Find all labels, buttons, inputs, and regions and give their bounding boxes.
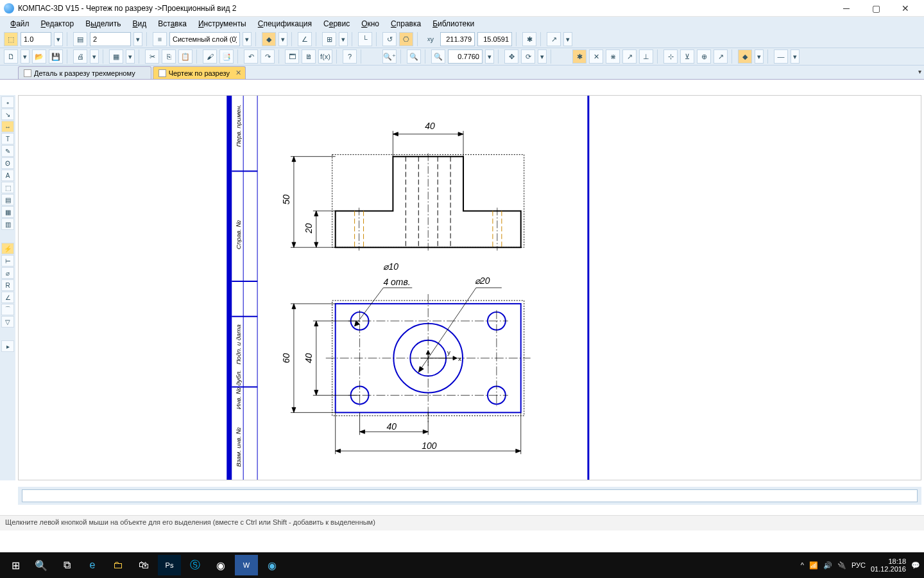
tool-measure-icon[interactable]: A	[1, 170, 14, 181]
menu-window[interactable]: Окно	[356, 18, 384, 30]
menu-view[interactable]: Вид	[128, 18, 152, 30]
grid-dropdown-icon[interactable]: ▾	[339, 32, 348, 46]
snap-int-icon[interactable]: ⋇	[606, 49, 620, 64]
clock[interactable]: 18:18 01.12.2016	[871, 557, 906, 573]
snap-icon[interactable]: ✱	[522, 32, 536, 46]
help-icon[interactable]: ?	[343, 49, 357, 64]
tool-text-icon[interactable]: T	[1, 133, 14, 144]
scale-dropdown-icon[interactable]: ▾	[54, 32, 63, 46]
volume-icon[interactable]: 🔊	[823, 561, 832, 570]
tool-insert-icon[interactable]: ▥	[1, 218, 14, 230]
tab-drawing[interactable]: Чертеж по разрезу ✕	[153, 66, 246, 79]
rotate-icon[interactable]: ⟳	[521, 49, 535, 64]
tray-up-icon[interactable]: ^	[801, 561, 804, 569]
zoom-input[interactable]	[448, 49, 483, 64]
menu-service[interactable]: Сервис	[318, 18, 355, 30]
brush-icon[interactable]: ↗	[547, 32, 561, 46]
menu-spec[interactable]: Спецификация	[253, 18, 317, 30]
snap-grid-icon[interactable]: ⊹	[663, 49, 678, 64]
menu-file[interactable]: Файл	[5, 18, 35, 30]
preview-dropdown-icon[interactable]: ▾	[126, 49, 135, 64]
open-file-icon[interactable]: 📂	[32, 49, 46, 64]
new-file-icon[interactable]: 🗋	[4, 49, 18, 64]
tool-param-icon[interactable]: ʘ	[1, 157, 14, 169]
lang-indicator[interactable]: РУС	[851, 561, 866, 569]
tool-angle-icon[interactable]: ∠	[1, 292, 14, 303]
layer-number-input[interactable]	[90, 32, 131, 46]
new-dropdown-icon[interactable]: ▾	[21, 49, 30, 64]
preview-icon[interactable]: ▦	[109, 49, 123, 64]
tool-diam-icon[interactable]: ⌀	[1, 267, 14, 279]
layer-combo-dropdown-icon[interactable]: ▾	[243, 32, 252, 46]
taskview-icon[interactable]: ⧉	[55, 555, 78, 575]
input-mode-icon[interactable]: ∠	[298, 32, 312, 46]
grid-icon[interactable]: ⊞	[322, 32, 336, 46]
tool-point-icon[interactable]: ∘	[1, 96, 14, 108]
menu-help[interactable]: Справка	[386, 18, 426, 30]
tab-detail[interactable]: Деталь к разрезу трехмерному	[18, 66, 151, 79]
word-icon[interactable]: W	[235, 555, 258, 575]
coord-icon[interactable]: ⎔	[399, 32, 413, 46]
print-dropdown-icon[interactable]: ▾	[90, 49, 99, 64]
snap-end-icon[interactable]: ◆	[738, 49, 752, 64]
minimize-button[interactable]: ─	[832, 0, 861, 17]
var-icon[interactable]: f(x)	[318, 49, 332, 64]
start-button[interactable]: ⊞	[4, 555, 27, 575]
print-icon[interactable]: 🖨	[73, 49, 87, 64]
wifi-icon[interactable]: 📶	[809, 561, 818, 570]
zoom-in-icon[interactable]: 🔍	[407, 49, 421, 64]
power-icon[interactable]: 🔌	[837, 561, 846, 570]
color-dropdown-icon[interactable]: ▾	[278, 32, 287, 46]
menu-edit[interactable]: Редактор	[36, 18, 80, 30]
scale-input[interactable]	[21, 32, 51, 46]
redo-icon[interactable]: ↷	[261, 49, 275, 64]
command-input[interactable]	[22, 489, 918, 502]
kompas-icon[interactable]: ◉	[261, 555, 284, 575]
search-icon[interactable]: 🔍	[30, 555, 53, 575]
save-file-icon[interactable]: 💾	[49, 49, 63, 64]
layer-combo[interactable]	[169, 32, 240, 46]
layer-num-dropdown-icon[interactable]: ▾	[133, 32, 142, 46]
ortho-icon[interactable]: └	[358, 32, 372, 46]
ps-icon[interactable]: Ps	[158, 555, 181, 575]
maximize-button[interactable]: ▢	[861, 0, 891, 17]
snap-point-icon[interactable]: ↗	[714, 49, 728, 64]
tool-autodim-icon[interactable]: ⚡	[1, 243, 14, 254]
copy-icon[interactable]: ⎘	[162, 49, 176, 64]
tool-linear-icon[interactable]: ⊢	[1, 255, 14, 267]
snap-other-icon[interactable]: —	[774, 49, 788, 64]
tool-height-icon[interactable]: ▽	[1, 316, 14, 328]
snap-align-icon[interactable]: ⊻	[680, 49, 694, 64]
snap-other-dropdown-icon[interactable]: ▾	[791, 49, 800, 64]
snap-tan-icon[interactable]: ↗	[622, 49, 637, 64]
zoom-dropdown-icon[interactable]: ▾	[485, 49, 494, 64]
chrome-icon[interactable]: ◉	[209, 555, 232, 575]
color-picker-icon[interactable]: ◆	[262, 32, 276, 46]
zoom-sel-icon[interactable]: 🔍	[431, 49, 445, 64]
spec-icon[interactable]: 🗎	[302, 49, 316, 64]
rotate-dropdown-icon[interactable]: ▾	[538, 49, 547, 64]
tabs-dropdown-icon[interactable]: ▾	[918, 68, 921, 75]
round-icon[interactable]: ↺	[382, 32, 397, 46]
tool-dimension-icon[interactable]: ↔	[1, 121, 14, 132]
tab-close-icon[interactable]: ✕	[235, 69, 241, 77]
skype-icon[interactable]: Ⓢ	[184, 555, 207, 575]
explorer-icon[interactable]: 🗀	[107, 555, 130, 575]
snap-mid-icon[interactable]: ✕	[589, 49, 603, 64]
manager-icon[interactable]: 🗔	[285, 49, 299, 64]
snap-center-icon[interactable]: ⊕	[697, 49, 711, 64]
menu-select[interactable]: Выделить	[80, 18, 126, 30]
menu-tools[interactable]: Инструменты	[193, 18, 252, 30]
notifications-icon[interactable]: 💬	[911, 561, 920, 570]
tool-arc-icon[interactable]: ⌒	[1, 304, 14, 315]
paste-icon[interactable]: 📋	[178, 49, 193, 64]
tool-spec-icon[interactable]: ▤	[1, 194, 14, 206]
store-icon[interactable]: 🛍	[132, 555, 155, 575]
drawing-canvas[interactable]: Справ. № Перв. примен. Подп. и дата Инв.…	[18, 95, 921, 480]
snap-near-icon[interactable]: ✱	[572, 49, 586, 64]
menu-libs[interactable]: Библиотеки	[427, 18, 479, 30]
edge-icon[interactable]: e	[81, 555, 104, 575]
cut-icon[interactable]: ✂	[145, 49, 159, 64]
brush2-icon[interactable]: 🖌	[203, 49, 217, 64]
expand-icon[interactable]: ▸	[1, 340, 14, 352]
